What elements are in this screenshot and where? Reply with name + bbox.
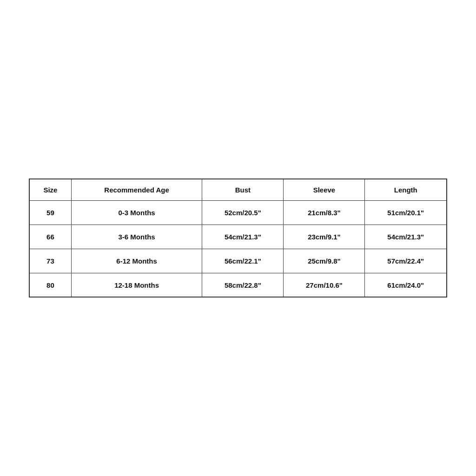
cell-length: 57cm/22.4" — [365, 249, 447, 273]
header-sleeve: Sleeve — [284, 179, 365, 201]
cell-sleeve: 27cm/10.6" — [284, 273, 365, 297]
cell-bust: 56cm/22.1" — [202, 249, 284, 273]
table-row: 663-6 Months54cm/21.3"23cm/9.1"54cm/21.3… — [29, 225, 447, 249]
cell-size: 80 — [29, 273, 71, 297]
cell-sleeve: 23cm/9.1" — [284, 225, 365, 249]
cell-length: 61cm/24.0" — [365, 273, 447, 297]
cell-age: 3-6 Months — [71, 225, 202, 249]
cell-bust: 58cm/22.8" — [202, 273, 284, 297]
header-bust: Bust — [202, 179, 284, 201]
table-row: 590-3 Months52cm/20.5"21cm/8.3"51cm/20.1… — [29, 200, 447, 225]
cell-age: 6-12 Months — [71, 249, 202, 273]
cell-age: 0-3 Months — [71, 200, 202, 225]
cell-sleeve: 25cm/9.8" — [284, 249, 365, 273]
header-recommended-age: Recommended Age — [71, 179, 202, 201]
cell-bust: 52cm/20.5" — [202, 200, 284, 225]
size-chart-container: Size Recommended Age Bust Sleeve Length … — [29, 178, 447, 298]
table-header-row: Size Recommended Age Bust Sleeve Length — [29, 179, 447, 201]
cell-size: 73 — [29, 249, 71, 273]
cell-bust: 54cm/21.3" — [202, 225, 284, 249]
header-length: Length — [365, 179, 447, 201]
cell-size: 59 — [29, 200, 71, 225]
cell-sleeve: 21cm/8.3" — [284, 200, 365, 225]
cell-age: 12-18 Months — [71, 273, 202, 297]
size-chart-table: Size Recommended Age Bust Sleeve Length … — [29, 178, 447, 298]
cell-length: 51cm/20.1" — [365, 200, 447, 225]
cell-size: 66 — [29, 225, 71, 249]
header-size: Size — [29, 179, 71, 201]
table-row: 8012-18 Months58cm/22.8"27cm/10.6"61cm/2… — [29, 273, 447, 297]
cell-length: 54cm/21.3" — [365, 225, 447, 249]
table-row: 736-12 Months56cm/22.1"25cm/9.8"57cm/22.… — [29, 249, 447, 273]
